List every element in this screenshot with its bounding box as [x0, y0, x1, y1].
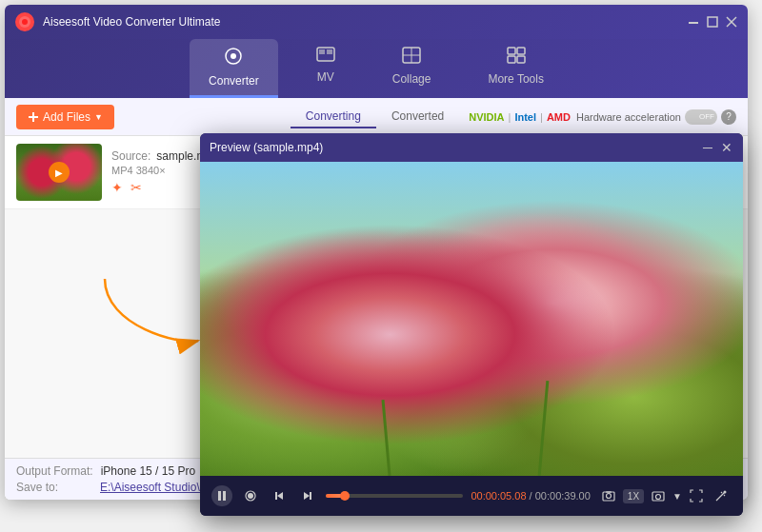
svg-point-8 — [231, 53, 236, 59]
player-controls: 00:00:05.08 / 00:00:39.00 1X ▼ — [200, 476, 743, 516]
speed-badge[interactable]: 1X — [623, 489, 644, 503]
progress-dot — [340, 491, 350, 501]
fullscreen-button[interactable] — [686, 485, 707, 506]
tab-collage-label: Collage — [392, 72, 431, 86]
preview-title-bar: Preview (sample.mp4) ─ ✕ — [200, 133, 743, 162]
title-bar-left: Aiseesoft Video Converter Ultimate — [14, 11, 221, 32]
time-current: 00:00:05.08 — [471, 490, 526, 502]
time-total: 00:00:39.00 — [535, 490, 591, 502]
save-to-label: Save to: — [16, 481, 92, 494]
camera-button[interactable] — [648, 485, 669, 506]
close-icon[interactable] — [725, 15, 738, 29]
help-icon[interactable]: ? — [721, 109, 736, 125]
hw-amd-label: AMD — [547, 111, 571, 123]
hw-toggle[interactable]: OFF — [685, 109, 717, 125]
tab-collage[interactable]: Collage — [373, 39, 451, 98]
svg-rect-31 — [310, 492, 311, 500]
add-files-dropdown-arrow: ▼ — [94, 112, 103, 122]
magic-button[interactable] — [711, 485, 732, 506]
svg-rect-10 — [319, 49, 325, 54]
more-tools-icon — [507, 47, 526, 69]
preview-title-text: Preview (sample.mp4) — [210, 141, 323, 154]
preview-minimize-button[interactable]: ─ — [701, 141, 714, 154]
status-tab-converting[interactable]: Converting — [291, 106, 376, 128]
tab-converter-label: Converter — [209, 74, 259, 88]
next-frame-button[interactable] — [297, 485, 318, 506]
preview-window: Preview (sample.mp4) ─ ✕ 00:00:05 — [200, 133, 743, 516]
source-label: Source: — [111, 149, 150, 163]
pause-button[interactable] — [211, 485, 232, 506]
svg-rect-24 — [218, 491, 221, 501]
prev-frame-button[interactable] — [269, 485, 290, 506]
preview-close-button[interactable]: ✕ — [720, 141, 733, 154]
tab-mv-label: MV — [317, 70, 334, 84]
add-files-label: Add Files — [43, 110, 90, 124]
svg-point-33 — [606, 494, 611, 499]
svg-point-27 — [248, 493, 253, 499]
status-tabs: Converting Converted — [291, 106, 459, 128]
svg-rect-34 — [606, 491, 612, 493]
maximize-icon[interactable] — [706, 15, 719, 29]
file-meta-text: MP4 3840× — [111, 165, 166, 176]
record-button[interactable] — [240, 485, 261, 506]
preview-video-area — [200, 162, 743, 476]
toolbar: Add Files ▼ Converting Converted NVIDIA … — [5, 98, 748, 136]
add-files-button[interactable]: Add Files ▼ — [16, 105, 114, 129]
arrow-decoration — [95, 269, 210, 365]
svg-rect-15 — [508, 48, 515, 54]
svg-rect-29 — [275, 492, 277, 500]
preview-window-controls: ─ ✕ — [701, 141, 733, 154]
time-display: 00:00:05.08 / 00:00:39.00 — [471, 490, 590, 502]
tab-mv[interactable]: MV — [297, 39, 354, 98]
app-title: Aiseesoft Video Converter Ultimate — [43, 15, 221, 29]
svg-marker-30 — [304, 492, 310, 500]
file-thumbnail[interactable]: ▶ — [16, 144, 102, 201]
mv-icon — [316, 47, 335, 67]
svg-rect-16 — [517, 48, 525, 54]
title-bar-controls — [687, 15, 738, 29]
hw-nvidia-label: NVIDIA — [469, 111, 504, 123]
nav-tabs: Converter MV Collage — [5, 39, 748, 98]
progress-bar[interactable] — [326, 494, 463, 498]
thumbnail-play-button[interactable]: ▶ — [49, 162, 70, 183]
svg-rect-11 — [327, 49, 332, 54]
stem-left — [381, 400, 391, 476]
svg-rect-3 — [689, 22, 698, 24]
hw-acceleration: NVIDIA | Intel | AMD Hardware accelerati… — [469, 109, 736, 125]
svg-rect-25 — [223, 491, 226, 501]
svg-marker-28 — [277, 492, 283, 500]
stem-right — [538, 381, 550, 476]
tab-more-tools[interactable]: More Tools — [469, 39, 562, 98]
plus-icon — [28, 111, 39, 123]
screenshot-button[interactable] — [598, 485, 619, 506]
title-bar: Aiseesoft Video Converter Ultimate — [5, 5, 748, 39]
camera-dropdown[interactable]: ▼ — [672, 491, 682, 502]
status-tab-converted[interactable]: Converted — [376, 106, 459, 128]
svg-point-2 — [22, 19, 28, 25]
svg-rect-17 — [508, 56, 515, 63]
player-right-controls: 1X ▼ — [598, 485, 732, 506]
hw-intel-label: Intel — [514, 111, 536, 123]
svg-rect-4 — [708, 17, 717, 27]
hw-text: Hardware acceleration — [576, 111, 681, 123]
svg-point-36 — [656, 495, 661, 500]
output-format-value: iPhone 15 / 15 Pro — [101, 464, 195, 478]
svg-rect-18 — [517, 56, 525, 63]
cut-icon[interactable]: ✂ — [130, 180, 142, 195]
tab-more-tools-label: More Tools — [488, 72, 543, 86]
tab-converter[interactable]: Converter — [190, 39, 278, 98]
app-logo-icon — [14, 11, 35, 32]
wand-icon[interactable]: ✦ — [111, 180, 123, 195]
output-format-label: Output Format: — [16, 464, 93, 478]
converter-icon — [224, 47, 243, 70]
minimize-icon[interactable] — [687, 15, 700, 29]
svg-point-37 — [724, 491, 727, 494]
collage-icon — [402, 47, 421, 69]
